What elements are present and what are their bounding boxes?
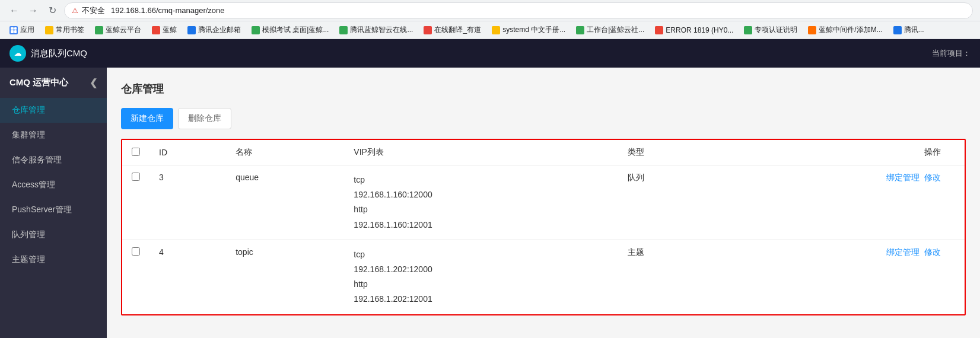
select-all-checkbox[interactable] bbox=[132, 148, 140, 156]
bookmark-workbench[interactable]: 工作台|蓝鲸云社... bbox=[571, 24, 649, 36]
bookmark-tencent-cloud-label: 腾讯蓝鲸智云在线... bbox=[350, 25, 413, 35]
row1-vip-line3: 192.168.1.160:12001 bbox=[354, 218, 609, 232]
bookmark-middleware[interactable]: 蓝鲸中间件/添加M... bbox=[803, 24, 887, 36]
bookmark-lj2[interactable]: 蓝鲸 bbox=[147, 24, 182, 36]
bookmark-middleware-label: 蓝鲸中间件/添加M... bbox=[819, 25, 882, 35]
bookmark-error[interactable]: ERROR 1819 (HY0... bbox=[650, 25, 738, 36]
bookmark-cert[interactable]: 专项认证说明 bbox=[739, 24, 802, 36]
security-icon: ⚠ bbox=[72, 7, 78, 15]
row1-checkbox-cell bbox=[122, 165, 149, 240]
sidebar-item-queue[interactable]: 队列管理 bbox=[0, 222, 107, 247]
row1-vip: tcp 192.168.1.160:12000 http 192.168.1.1… bbox=[344, 165, 618, 240]
address-bar[interactable]: ⚠ 不安全 192.168.1.66/cmq-manager/zone bbox=[64, 2, 973, 19]
bookmark-tencent-mail-label: 腾讯企业邮箱 bbox=[198, 25, 241, 35]
forward-button[interactable]: → bbox=[26, 4, 40, 18]
nav-logo: ☁ 消息队列CMQ bbox=[9, 45, 87, 62]
row2-actions-cell: 绑定管理 修改 bbox=[718, 240, 965, 314]
bookmark-systemd-label: systemd 中文手册... bbox=[502, 25, 565, 35]
row2-edit-link[interactable]: 修改 bbox=[924, 247, 941, 258]
bookmark-lanjing-label: 蓝鲸云平台 bbox=[106, 25, 141, 35]
sidebar-item-pushserver[interactable]: PushServer管理 bbox=[0, 197, 107, 222]
bookmark-youdao[interactable]: 在线翻译_有道 bbox=[419, 24, 486, 36]
data-table: ID 名称 VIP列表 类型 操作 3 bbox=[122, 140, 965, 314]
row2-bind-manage-link[interactable]: 绑定管理 bbox=[886, 247, 919, 258]
nav-right-label: 当前项目： bbox=[932, 48, 971, 59]
row2-action-links: 绑定管理 修改 bbox=[727, 247, 941, 258]
row1-id: 3 bbox=[149, 165, 226, 240]
bookmark-cert-label: 专项认证说明 bbox=[755, 25, 797, 35]
logo-icon: ☁ bbox=[9, 45, 26, 62]
sidebar-item-topic[interactable]: 主题管理 bbox=[0, 247, 107, 272]
bookmark-mock[interactable]: 模拟考试 桌面|蓝鲸... bbox=[247, 24, 333, 36]
sidebar: CMQ 运营中心 ❮ 仓库管理 集群管理 信令服务管理 Access管理 Pus… bbox=[0, 68, 107, 338]
table-header: ID 名称 VIP列表 类型 操作 bbox=[122, 140, 965, 165]
bookmarks-bar: 应用 常用书签 蓝鲸云平台 蓝鲸 腾讯企业邮箱 模拟考试 桌面|蓝鲸... 腾讯… bbox=[0, 21, 980, 39]
row2-vip: tcp 192.168.1.202:12000 http 192.168.1.2… bbox=[344, 240, 618, 314]
bookmark-mock-label: 模拟考试 桌面|蓝鲸... bbox=[262, 25, 329, 35]
app-wrapper: ☁ 消息队列CMQ 当前项目： CMQ 运营中心 ❮ 仓库管理 集群管理 信令服… bbox=[0, 39, 980, 338]
sidebar-item-warehouse[interactable]: 仓库管理 bbox=[0, 98, 107, 123]
sidebar-item-signal[interactable]: 信令服务管理 bbox=[0, 148, 107, 173]
bookmark-common[interactable]: 常用书签 bbox=[40, 24, 89, 36]
security-label: 不安全 bbox=[82, 5, 105, 16]
bookmark-apps[interactable]: 应用 bbox=[5, 24, 39, 36]
sidebar-item-topic-label: 主题管理 bbox=[12, 254, 45, 264]
bookmark-lj2-label: 蓝鲸 bbox=[163, 25, 177, 35]
table-body: 3 queue tcp 192.168.1.160:12000 http 192… bbox=[122, 165, 965, 314]
row1-actions-cell: 绑定管理 修改 bbox=[718, 165, 965, 240]
col-id: ID bbox=[149, 140, 226, 165]
row2-id: 4 bbox=[149, 240, 226, 314]
row2-name: topic bbox=[226, 240, 344, 314]
sidebar-item-queue-label: 队列管理 bbox=[12, 229, 45, 239]
row2-vip-line2: http bbox=[354, 277, 609, 292]
bookmark-workbench-label: 工作台|蓝鲸云社... bbox=[587, 25, 644, 35]
row2-checkbox-cell bbox=[122, 240, 149, 314]
new-warehouse-button[interactable]: 新建仓库 bbox=[121, 108, 173, 129]
bookmark-tencent-cloud[interactable]: 腾讯蓝鲸智云在线... bbox=[335, 24, 418, 36]
sidebar-item-cluster-label: 集群管理 bbox=[12, 130, 45, 139]
row1-bind-manage-link[interactable]: 绑定管理 bbox=[886, 173, 919, 183]
bookmark-tencent2-label: 腾讯... bbox=[904, 25, 924, 35]
col-type: 类型 bbox=[618, 140, 718, 165]
nav-title: 消息队列CMQ bbox=[31, 48, 87, 59]
row1-checkbox[interactable] bbox=[132, 173, 140, 181]
select-all-cell bbox=[122, 140, 149, 165]
delete-warehouse-button[interactable]: 删除仓库 bbox=[178, 108, 231, 129]
table-wrapper: ID 名称 VIP列表 类型 操作 3 bbox=[121, 139, 966, 315]
logo-symbol: ☁ bbox=[14, 49, 21, 58]
sidebar-item-pushserver-label: PushServer管理 bbox=[12, 205, 72, 214]
sidebar-item-warehouse-label: 仓库管理 bbox=[12, 105, 45, 114]
table-row: 3 queue tcp 192.168.1.160:12000 http 192… bbox=[122, 165, 965, 240]
reload-button[interactable]: ↻ bbox=[45, 4, 59, 18]
sidebar-item-cluster[interactable]: 集群管理 bbox=[0, 123, 107, 148]
back-button[interactable]: ← bbox=[7, 4, 21, 18]
row1-vip-line0: tcp bbox=[354, 173, 609, 187]
bookmark-youdao-label: 在线翻译_有道 bbox=[434, 25, 481, 35]
sidebar-item-access[interactable]: Access管理 bbox=[0, 173, 107, 197]
col-name: 名称 bbox=[226, 140, 344, 165]
row1-vip-list: tcp 192.168.1.160:12000 http 192.168.1.1… bbox=[354, 173, 609, 232]
bookmark-tencent-mail[interactable]: 腾讯企业邮箱 bbox=[183, 24, 246, 36]
toolbar: 新建仓库 删除仓库 bbox=[121, 108, 966, 129]
row2-vip-line1: 192.168.1.202:12000 bbox=[354, 262, 609, 277]
bookmark-lanjing[interactable]: 蓝鲸云平台 bbox=[90, 24, 146, 36]
row1-action-links: 绑定管理 修改 bbox=[727, 173, 941, 183]
row2-vip-list: tcp 192.168.1.202:12000 http 192.168.1.2… bbox=[354, 247, 609, 307]
row1-edit-link[interactable]: 修改 bbox=[924, 173, 941, 183]
table-row: 4 topic tcp 192.168.1.202:12000 http 192… bbox=[122, 240, 965, 314]
sidebar-header: CMQ 运营中心 ❮ bbox=[0, 68, 107, 98]
bookmark-systemd[interactable]: systemd 中文手册... bbox=[487, 24, 570, 36]
col-actions: 操作 bbox=[718, 140, 965, 165]
row2-checkbox[interactable] bbox=[132, 247, 140, 256]
content-area: 仓库管理 新建仓库 删除仓库 ID 名称 VIP列 bbox=[107, 68, 980, 338]
row2-type: 主题 bbox=[618, 240, 718, 314]
browser-bar: ← → ↻ ⚠ 不安全 192.168.1.66/cmq-manager/zon… bbox=[0, 0, 980, 21]
row1-vip-line1: 192.168.1.160:12000 bbox=[354, 187, 609, 202]
bookmark-common-label: 常用书签 bbox=[56, 25, 84, 35]
sidebar-collapse-button[interactable]: ❮ bbox=[90, 77, 97, 88]
bookmark-apps-label: 应用 bbox=[20, 25, 34, 35]
row2-vip-line0: tcp bbox=[354, 247, 609, 262]
sidebar-title: CMQ 运营中心 bbox=[9, 77, 68, 88]
table-header-row: ID 名称 VIP列表 类型 操作 bbox=[122, 140, 965, 165]
bookmark-tencent2[interactable]: 腾讯... bbox=[889, 24, 929, 36]
